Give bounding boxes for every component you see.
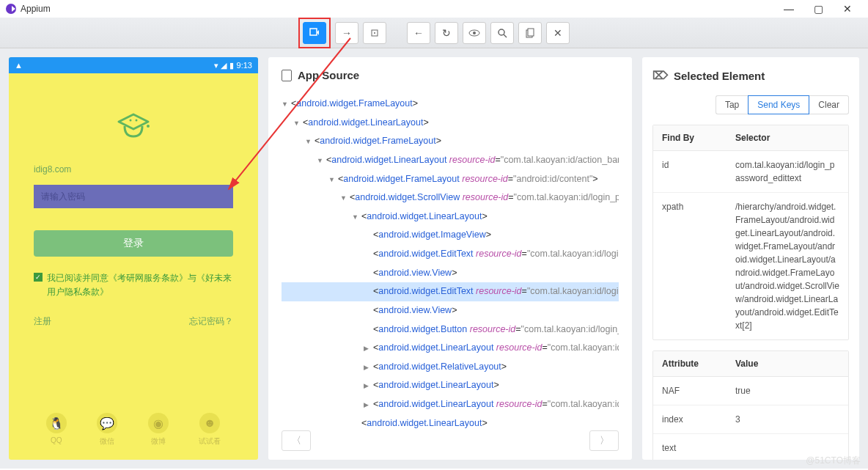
login-button[interactable]: 登录 bbox=[34, 230, 233, 257]
attr-header-col2: Value bbox=[727, 351, 848, 376]
tree-node[interactable]: ▶<android.widget.LinearLayout> bbox=[282, 376, 619, 395]
tree-node[interactable]: ▼<android.widget.ScrollView resource-id=… bbox=[282, 188, 619, 208]
username-field[interactable]: idig8.com bbox=[34, 164, 233, 175]
agreement-row: ✓ 我已阅读并同意《考研网服务条款》与《好未来用户隐私条款》 bbox=[34, 271, 233, 299]
swipe-button[interactable]: → bbox=[335, 22, 358, 44]
forgot-password-link[interactable]: 忘记密码？ bbox=[189, 315, 233, 328]
svg-point-10 bbox=[130, 120, 132, 122]
wechat-icon: 💬 bbox=[97, 413, 117, 433]
app-source-panel: App Source ▼<android.widget.FrameLayout>… bbox=[268, 57, 632, 460]
tree-node[interactable]: ▶<android.widget.LinearLayout resource-i… bbox=[282, 339, 619, 358]
register-link[interactable]: 注册 bbox=[34, 315, 51, 328]
social-weibo[interactable]: ◉微博 bbox=[148, 413, 169, 447]
close-session-button[interactable]: ✕ bbox=[546, 22, 570, 44]
tag-icon: ⌦ bbox=[652, 69, 668, 82]
app-logo bbox=[111, 106, 155, 142]
social-wechat[interactable]: 💬微信 bbox=[97, 413, 117, 447]
attr-header-col1: Attribute bbox=[653, 351, 727, 376]
battery-icon: ▮ bbox=[229, 61, 234, 70]
tree-node[interactable]: <android.widget.EditText resource-id="co… bbox=[282, 245, 619, 264]
social-try[interactable]: ☻试试看 bbox=[199, 413, 221, 447]
table-row: NAFtrue bbox=[653, 377, 848, 405]
tree-node[interactable]: <android.widget.Button resource-id="com.… bbox=[282, 320, 619, 339]
findby-table: Find By Selector idcom.tal.kaoyan:id/log… bbox=[652, 125, 849, 340]
table-row: index3 bbox=[653, 405, 848, 434]
document-icon bbox=[282, 70, 292, 81]
copy-button[interactable] bbox=[518, 22, 542, 44]
tap-button[interactable]: Tap bbox=[716, 95, 748, 114]
agree-checkbox[interactable]: ✓ bbox=[34, 273, 43, 282]
tree-node[interactable]: ▼<android.widget.LinearLayout resource-i… bbox=[282, 151, 619, 170]
selected-element-title: Selected Element bbox=[674, 70, 765, 82]
close-window-button[interactable]: ✕ bbox=[833, 0, 862, 18]
eye-button[interactable] bbox=[463, 22, 486, 44]
next-button[interactable]: 〉 bbox=[589, 430, 619, 451]
svg-point-2 bbox=[374, 32, 375, 34]
annotation-highlight-box bbox=[298, 18, 331, 48]
tree-node[interactable]: <android.view.View> bbox=[282, 264, 619, 283]
warning-icon: ▲ bbox=[15, 61, 23, 70]
toolbar: → ← ↻ ✕ bbox=[0, 18, 868, 48]
svg-line-6 bbox=[504, 34, 507, 37]
tree-node[interactable]: ▶<android.widget.RelativeLayout> bbox=[282, 358, 619, 377]
svg-point-11 bbox=[136, 120, 138, 122]
device-screenshot-panel[interactable]: ▲ ▾ ◢ ▮ 9:13 idig8.com 请输入密码 登录 ✓ 我已阅读并同… bbox=[9, 57, 258, 460]
table-row: xpath/hierarchy/android.widget.FrameLayo… bbox=[653, 193, 848, 339]
agreement-text: 我已阅读并同意《考研网服务条款》与《好未来用户隐私条款》 bbox=[47, 271, 233, 299]
tree-node[interactable]: ▼<android.widget.LinearLayout> bbox=[282, 114, 619, 133]
svg-point-5 bbox=[499, 29, 504, 35]
send-keys-button[interactable]: Send Keys bbox=[748, 95, 809, 114]
back-button[interactable]: ← bbox=[407, 22, 430, 44]
status-time: 9:13 bbox=[237, 61, 252, 70]
refresh-button[interactable]: ↻ bbox=[435, 22, 458, 44]
app-source-title: App Source bbox=[298, 69, 359, 81]
findby-header-col2: Selector bbox=[727, 125, 848, 150]
maximize-button[interactable]: ▢ bbox=[803, 0, 833, 18]
weibo-icon: ◉ bbox=[148, 413, 169, 433]
tree-node[interactable]: ▼<android.widget.LinearLayout> bbox=[282, 208, 619, 227]
social-qq[interactable]: 🐧QQ bbox=[46, 413, 67, 447]
attributes-table: Attribute Value NAFtrueindex3textclassan… bbox=[652, 350, 849, 460]
tree-node[interactable]: ▶<android.widget.LinearLayout resource-i… bbox=[282, 395, 619, 414]
minimize-button[interactable]: — bbox=[774, 0, 803, 18]
table-row: idcom.tal.kaoyan:id/login_password_editt… bbox=[653, 151, 848, 193]
screenshot-mode-button[interactable] bbox=[303, 22, 326, 44]
source-tree[interactable]: ▼<android.widget.FrameLayout>▼<android.w… bbox=[282, 95, 619, 433]
findby-header-col1: Find By bbox=[653, 125, 727, 150]
tree-node[interactable]: ▼<android.widget.FrameLayout resource-id… bbox=[282, 170, 619, 189]
qq-icon: 🐧 bbox=[46, 413, 67, 433]
svg-point-4 bbox=[473, 32, 476, 34]
clear-button[interactable]: Clear bbox=[809, 95, 849, 114]
tree-node[interactable]: <android.widget.ImageView> bbox=[282, 226, 619, 245]
workspace: ▲ ▾ ◢ ▮ 9:13 idig8.com 请输入密码 登录 ✓ 我已阅读并同… bbox=[0, 48, 868, 469]
tree-node[interactable]: ▼<android.widget.FrameLayout> bbox=[282, 95, 619, 114]
watermark: @51CTO博客 bbox=[806, 455, 861, 467]
password-field[interactable]: 请输入密码 bbox=[34, 185, 233, 208]
device-statusbar: ▲ ▾ ◢ ▮ 9:13 bbox=[9, 57, 258, 73]
wifi-icon: ▾ ◢ bbox=[214, 61, 227, 70]
window-title: Appium bbox=[21, 4, 51, 14]
tree-node[interactable]: ▼<android.widget.FrameLayout> bbox=[282, 132, 619, 151]
search-button[interactable] bbox=[490, 22, 514, 44]
social-login-row: 🐧QQ 💬微信 ◉微博 ☻试试看 bbox=[9, 413, 258, 447]
ghost-icon: ☻ bbox=[199, 413, 220, 433]
svg-rect-8 bbox=[528, 29, 534, 36]
prev-button[interactable]: 〈 bbox=[282, 430, 311, 451]
svg-rect-0 bbox=[310, 29, 317, 35]
element-actions: Tap Send Keys Clear bbox=[652, 95, 849, 114]
selected-element-panel: ⌦ Selected Element Tap Send Keys Clear F… bbox=[642, 57, 859, 460]
window-titlebar: Appium — ▢ ✕ bbox=[0, 0, 868, 18]
tree-node[interactable]: <android.widget.EditText resource-id="co… bbox=[282, 282, 619, 301]
svg-point-9 bbox=[147, 125, 150, 128]
appium-icon bbox=[6, 4, 16, 14]
crop-button[interactable] bbox=[363, 22, 386, 44]
tree-node[interactable]: <android.view.View> bbox=[282, 301, 619, 320]
